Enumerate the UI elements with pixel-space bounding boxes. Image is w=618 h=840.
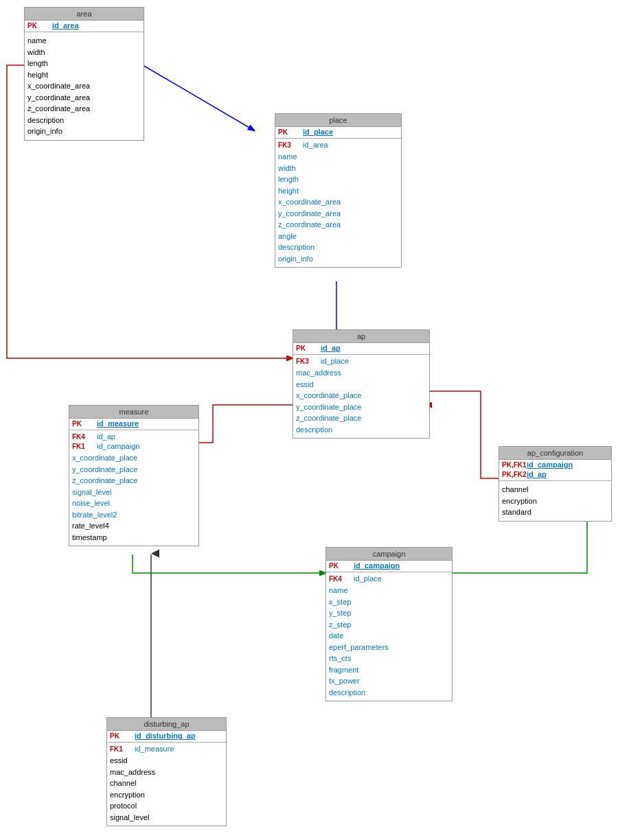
campaign-field-eperf: eperf_parameters [329, 642, 449, 653]
place-field-z: z_coordinate_area [278, 219, 398, 231]
table-area: area PK id_area name width length height… [24, 7, 144, 141]
disturbing-ap-field-essid: essid [110, 755, 223, 767]
ap-config-field-standard: standard [502, 506, 608, 518]
ap-field-x: x_coordinate_place [296, 390, 426, 401]
campaign-fk4-label: FK4 [329, 574, 354, 583]
place-fk3-field: id_area [303, 141, 328, 149]
campaign-field-zstep: z_step [329, 619, 449, 631]
place-field-y: y_coordinate_area [278, 208, 398, 220]
measure-field-signal: signal_level [72, 487, 196, 498]
campaign-fk4-field: id_place [354, 574, 382, 583]
campaign-field-xstep: x_step [329, 596, 449, 608]
area-pk-label: PK [27, 21, 52, 30]
table-place-header: place [275, 114, 401, 127]
disturbing-ap-pk-field: id_disturbing_ap [135, 732, 196, 740]
ap-fk3-label: FK3 [296, 357, 321, 365]
measure-fk1-field: id_campaign [97, 442, 139, 450]
area-field-z: z_coordinate_area [27, 103, 141, 115]
svg-line-0 [143, 65, 254, 130]
campaign-field-date: date [329, 630, 449, 642]
place-field-x: x_coordinate_area [278, 196, 398, 208]
ap-config-field-encryption: encryption [502, 495, 608, 507]
area-field-length: length [27, 58, 141, 69]
disturbing-ap-field-protocol: protocol [110, 800, 223, 812]
measure-field-timestamp: timestamp [72, 532, 196, 544]
table-measure: measure PK id_measure FK4 id_ap FK1 id_c… [69, 405, 199, 546]
ap-field-z: z_coordinate_place [296, 412, 426, 424]
area-field-height: height [27, 69, 141, 81]
campaign-field-name: name [329, 585, 449, 596]
ap-field-essid: essid [296, 379, 426, 390]
measure-pk-field: id_measure [97, 419, 139, 428]
table-ap-configuration: ap_configuration PK,FK1 id_campaign PK,F… [499, 446, 612, 522]
disturbing-ap-fk1-label: FK1 [110, 745, 135, 753]
disturbing-ap-field-encryption: encryption [110, 789, 223, 801]
place-pk-field: id_place [303, 128, 333, 136]
campaign-pk-label: PK [329, 561, 354, 570]
table-place: place PK id_place FK3 id_area name width… [275, 113, 402, 268]
campaign-field-ystep: y_step [329, 607, 449, 619]
diagram-container: area PK id_area name width length height… [0, 0, 618, 840]
measure-pk-label: PK [72, 419, 97, 428]
measure-field-y: y_coordinate_place [72, 464, 196, 476]
table-disturbing-ap: disturbing_ap PK id_disturbing_ap FK1 id… [106, 717, 227, 826]
ap-config-pkfk1-label: PK,FK1 [502, 460, 527, 469]
ap-config-field-channel: channel [502, 484, 608, 495]
area-field-width: width [27, 47, 141, 58]
disturbing-ap-field-signal: signal_level [110, 812, 223, 824]
table-place-body: PK id_place FK3 id_area name width lengt… [275, 127, 401, 267]
campaign-field-desc: description [329, 687, 449, 699]
area-field-origin: origin_info [27, 126, 141, 137]
measure-fk4-field: id_ap [97, 432, 115, 441]
ap-field-desc: description [296, 424, 426, 436]
disturbing-ap-pk-label: PK [110, 732, 135, 740]
ap-config-pkfk2-label: PK,FK2 [502, 470, 527, 478]
measure-field-x: x_coordinate_place [72, 452, 196, 464]
campaign-field-txpower: tx_power [329, 675, 449, 687]
disturbing-ap-field-mac: mac_address [110, 767, 223, 778]
ap-config-pkfk2-field: id_ap [527, 470, 547, 478]
place-field-origin: origin_info [278, 253, 398, 265]
ap-fk3-field: id_place [321, 357, 349, 365]
place-field-width: width [278, 163, 398, 174]
place-field-name: name [278, 151, 398, 163]
table-ap: ap PK id_ap FK3 id_place mac_address ess… [293, 329, 430, 439]
measure-field-z: z_coordinate_place [72, 475, 196, 487]
area-pk-field: id_area [52, 21, 79, 30]
disturbing-ap-field-channel: channel [110, 778, 223, 789]
disturbing-ap-fk1-field: id_measure [135, 745, 174, 753]
table-disturbing-ap-body: PK id_disturbing_ap FK1 id_measure essid… [107, 731, 226, 826]
measure-fk4-label: FK4 [72, 432, 97, 441]
table-campaign-header: campaign [326, 548, 452, 561]
table-area-header: area [25, 8, 144, 21]
area-field-name: name [27, 35, 141, 47]
ap-pk-field: id_ap [321, 344, 341, 352]
table-ap-header: ap [293, 330, 429, 343]
table-campaign-body: PK id_campaign FK4 id_place name x_step … [326, 561, 452, 701]
area-field-x: x_coordinate_area [27, 80, 141, 92]
place-field-height: height [278, 185, 398, 197]
place-field-desc: description [278, 242, 398, 253]
table-measure-body: PK id_measure FK4 id_ap FK1 id_campaign … [69, 419, 198, 546]
place-fk3-label: FK3 [278, 141, 303, 149]
table-measure-header: measure [69, 406, 198, 419]
table-disturbing-ap-header: disturbing_ap [107, 718, 226, 731]
ap-config-pkfk1-field: id_campaign [527, 460, 573, 469]
area-field-y: y_coordinate_area [27, 92, 141, 104]
place-field-length: length [278, 174, 398, 185]
measure-field-bitrate: bitrate_level2 [72, 509, 196, 521]
measure-field-rate: rate_level4 [72, 520, 196, 532]
table-area-body: PK id_area name width length height x_co… [25, 21, 144, 140]
ap-field-y: y_coordinate_place [296, 401, 426, 413]
table-campaign: campaign PK id_campaign FK4 id_place nam… [325, 547, 453, 701]
campaign-field-rts: rts_cts [329, 653, 449, 664]
measure-field-noise: noise_level [72, 498, 196, 509]
place-field-angle: angle [278, 231, 398, 242]
table-ap-config-header: ap_configuration [499, 447, 611, 460]
campaign-pk-field: id_campaign [354, 561, 400, 570]
table-ap-config-body: PK,FK1 id_campaign PK,FK2 id_ap channel … [499, 460, 611, 521]
ap-pk-label: PK [296, 344, 321, 352]
area-field-desc: description [27, 115, 141, 126]
table-ap-body: PK id_ap FK3 id_place mac_address essid … [293, 343, 429, 438]
campaign-field-fragment: fragment [329, 664, 449, 676]
